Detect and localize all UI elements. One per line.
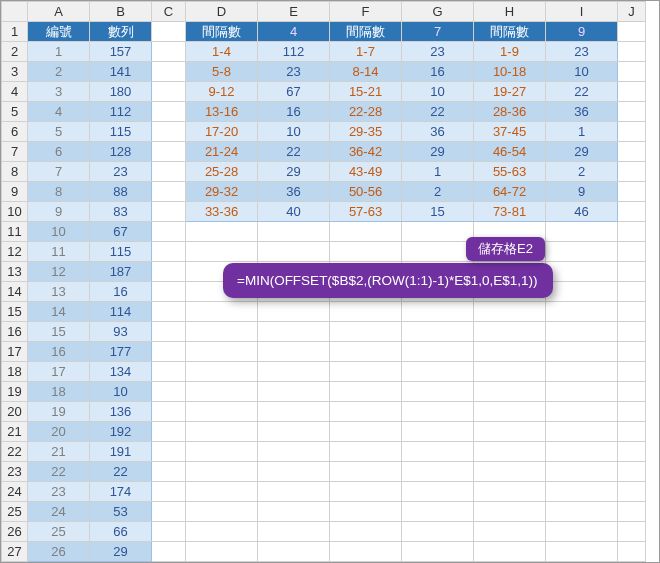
cell-G11[interactable] <box>402 222 474 242</box>
cell-G25[interactable] <box>402 502 474 522</box>
cell-F7[interactable]: 36-42 <box>330 142 402 162</box>
cell-H6[interactable]: 37-45 <box>474 122 546 142</box>
cell-H26[interactable] <box>474 522 546 542</box>
cell-G16[interactable] <box>402 322 474 342</box>
cell-C22[interactable] <box>152 442 186 462</box>
cell-B17[interactable]: 177 <box>90 342 152 362</box>
cell-I25[interactable] <box>546 502 618 522</box>
cell-D1[interactable]: 間隔數 <box>186 22 258 42</box>
cell-C20[interactable] <box>152 402 186 422</box>
cell-H22[interactable] <box>474 442 546 462</box>
cell-G2[interactable]: 23 <box>402 42 474 62</box>
cell-B26[interactable]: 66 <box>90 522 152 542</box>
cell-I21[interactable] <box>546 422 618 442</box>
cell-H25[interactable] <box>474 502 546 522</box>
cell-J1[interactable] <box>618 22 646 42</box>
cell-G15[interactable] <box>402 302 474 322</box>
cell-C13[interactable] <box>152 262 186 282</box>
cell-C23[interactable] <box>152 462 186 482</box>
cell-B11[interactable]: 67 <box>90 222 152 242</box>
cell-A11[interactable]: 10 <box>28 222 90 242</box>
cell-G8[interactable]: 1 <box>402 162 474 182</box>
cell-J11[interactable] <box>618 222 646 242</box>
cell-E24[interactable] <box>258 482 330 502</box>
row-header-15[interactable]: 15 <box>2 302 28 322</box>
cell-H2[interactable]: 1-9 <box>474 42 546 62</box>
cell-A4[interactable]: 3 <box>28 82 90 102</box>
cell-A25[interactable]: 24 <box>28 502 90 522</box>
row-header-21[interactable]: 21 <box>2 422 28 442</box>
cell-H4[interactable]: 19-27 <box>474 82 546 102</box>
cell-D18[interactable] <box>186 362 258 382</box>
cell-J4[interactable] <box>618 82 646 102</box>
cell-F22[interactable] <box>330 442 402 462</box>
cell-I14[interactable] <box>546 282 618 302</box>
cell-H9[interactable]: 64-72 <box>474 182 546 202</box>
cell-F23[interactable] <box>330 462 402 482</box>
cell-B22[interactable]: 191 <box>90 442 152 462</box>
cell-I15[interactable] <box>546 302 618 322</box>
cell-A22[interactable]: 21 <box>28 442 90 462</box>
cell-F24[interactable] <box>330 482 402 502</box>
cell-F11[interactable] <box>330 222 402 242</box>
cell-F5[interactable]: 22-28 <box>330 102 402 122</box>
cell-B23[interactable]: 22 <box>90 462 152 482</box>
cell-J16[interactable] <box>618 322 646 342</box>
cell-B20[interactable]: 136 <box>90 402 152 422</box>
cell-J9[interactable] <box>618 182 646 202</box>
row-header-12[interactable]: 12 <box>2 242 28 262</box>
cell-I23[interactable] <box>546 462 618 482</box>
cell-E5[interactable]: 16 <box>258 102 330 122</box>
cell-H3[interactable]: 10-18 <box>474 62 546 82</box>
cell-G10[interactable]: 15 <box>402 202 474 222</box>
cell-D7[interactable]: 21-24 <box>186 142 258 162</box>
cell-B27[interactable]: 29 <box>90 542 152 562</box>
cell-F18[interactable] <box>330 362 402 382</box>
cell-G9[interactable]: 2 <box>402 182 474 202</box>
row-header-13[interactable]: 13 <box>2 262 28 282</box>
cell-B19[interactable]: 10 <box>90 382 152 402</box>
cell-H7[interactable]: 46-54 <box>474 142 546 162</box>
cell-G24[interactable] <box>402 482 474 502</box>
cell-A24[interactable]: 23 <box>28 482 90 502</box>
cell-H20[interactable] <box>474 402 546 422</box>
cell-J20[interactable] <box>618 402 646 422</box>
cell-F21[interactable] <box>330 422 402 442</box>
cell-F2[interactable]: 1-7 <box>330 42 402 62</box>
cell-C3[interactable] <box>152 62 186 82</box>
cell-G5[interactable]: 22 <box>402 102 474 122</box>
cell-D27[interactable] <box>186 542 258 562</box>
cell-E21[interactable] <box>258 422 330 442</box>
cell-A26[interactable]: 25 <box>28 522 90 542</box>
cell-F1[interactable]: 間隔數 <box>330 22 402 42</box>
cell-F9[interactable]: 50-56 <box>330 182 402 202</box>
cell-J7[interactable] <box>618 142 646 162</box>
cell-I7[interactable]: 29 <box>546 142 618 162</box>
cell-A13[interactable]: 12 <box>28 262 90 282</box>
cell-A3[interactable]: 2 <box>28 62 90 82</box>
cell-H8[interactable]: 55-63 <box>474 162 546 182</box>
cell-G18[interactable] <box>402 362 474 382</box>
cell-B14[interactable]: 16 <box>90 282 152 302</box>
cell-E26[interactable] <box>258 522 330 542</box>
cell-D2[interactable]: 1-4 <box>186 42 258 62</box>
row-header-10[interactable]: 10 <box>2 202 28 222</box>
col-header-D[interactable]: D <box>186 2 258 22</box>
cell-H15[interactable] <box>474 302 546 322</box>
cell-E4[interactable]: 67 <box>258 82 330 102</box>
cell-I13[interactable] <box>546 262 618 282</box>
cell-D16[interactable] <box>186 322 258 342</box>
cell-A16[interactable]: 15 <box>28 322 90 342</box>
cell-B16[interactable]: 93 <box>90 322 152 342</box>
cell-B3[interactable]: 141 <box>90 62 152 82</box>
col-header-F[interactable]: F <box>330 2 402 22</box>
cell-E17[interactable] <box>258 342 330 362</box>
cell-G27[interactable] <box>402 542 474 562</box>
cell-C7[interactable] <box>152 142 186 162</box>
cell-C2[interactable] <box>152 42 186 62</box>
cell-E22[interactable] <box>258 442 330 462</box>
cell-J12[interactable] <box>618 242 646 262</box>
row-header-2[interactable]: 2 <box>2 42 28 62</box>
row-header-7[interactable]: 7 <box>2 142 28 162</box>
cell-G23[interactable] <box>402 462 474 482</box>
